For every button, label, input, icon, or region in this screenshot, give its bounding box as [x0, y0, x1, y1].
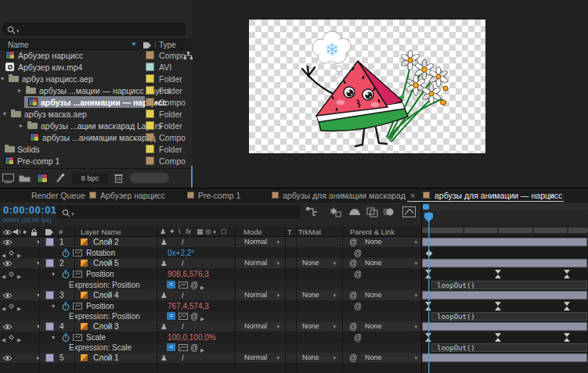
expression-row[interactable]: Expression: Position = @ ▶ loopOut() — [0, 280, 588, 290]
pickwhip-icon[interactable]: @ — [349, 321, 357, 332]
keyframe-icon[interactable] — [564, 270, 571, 278]
layer-duration-bar[interactable] — [422, 238, 587, 246]
tab-render-queue[interactable]: Render Queue — [31, 191, 85, 200]
expression-pickwhip-icon[interactable]: @ — [190, 280, 198, 290]
property-value[interactable]: 100,0,100,0% — [168, 332, 216, 343]
layer-color-chip[interactable] — [45, 259, 54, 267]
new-folder-icon[interactable] — [19, 174, 31, 182]
layer-color-chip[interactable] — [45, 322, 54, 331]
parent-dropdown[interactable]: None▾ — [360, 322, 420, 331]
item-name[interactable]: Pre-comp 1 — [17, 156, 60, 166]
new-composition-icon[interactable] — [37, 174, 48, 183]
quality-toggle-icon[interactable]: / — [182, 321, 184, 332]
bit-depth-button[interactable]: 8 bpc — [72, 173, 108, 184]
label-color-chip[interactable] — [146, 51, 154, 59]
layer-row[interactable]: ▾ 1 Слой 2 ♟ / Normal▾ @ None▾ — [0, 237, 588, 247]
chevron-down-icon[interactable]: ▾ — [52, 303, 55, 310]
close-icon[interactable]: × — [410, 191, 415, 200]
eye-icon[interactable] — [2, 324, 13, 330]
property-row-position[interactable]: ◀ ▶ ▾ Position 908,6,576,3 @ — [0, 269, 588, 279]
search-options-arrow-icon[interactable]: ▾ — [16, 28, 20, 34]
motion-blur-icon[interactable] — [383, 206, 395, 217]
layer-row[interactable]: ▾ 4 Слой 3 ♟ / Normal▾ None▾ @ None▾ — [0, 321, 588, 332]
parent-dropdown[interactable]: None▾ — [360, 353, 420, 362]
tab-comp[interactable]: арбузы для анимации маскарад — [283, 191, 406, 200]
expression-row[interactable]: Expression: Position = @ ▶ loopOut() — [0, 311, 588, 321]
trkmat-dropdown[interactable]: None▾ — [298, 259, 338, 267]
label-column-icon[interactable] — [45, 228, 54, 236]
hide-shy-layers-icon[interactable] — [348, 206, 361, 217]
layer-duration-bar[interactable] — [422, 322, 587, 331]
panel-menu-icon[interactable]: ≡ — [549, 191, 554, 200]
item-name[interactable]: арбуз маска.aep — [24, 109, 87, 119]
shy-column-icon[interactable]: ♟ — [160, 228, 166, 235]
item-name[interactable]: Solids — [17, 145, 40, 154]
t-toggle[interactable] — [287, 353, 296, 362]
t-column-label[interactable]: T — [287, 228, 292, 236]
eye-icon[interactable] — [2, 292, 13, 299]
pickwhip-icon[interactable]: @ — [354, 301, 362, 311]
keyframe-icon[interactable] — [495, 302, 502, 310]
time-navigator[interactable] — [422, 203, 588, 210]
label-color-chip[interactable] — [146, 74, 154, 83]
layer-name[interactable]: Слой 4 — [93, 290, 119, 300]
shy-toggle-icon[interactable]: ♟ — [161, 353, 168, 363]
expression-code-field[interactable]: loopOut() — [431, 281, 587, 289]
layer-duration-bar[interactable] — [422, 291, 587, 299]
time-navigator-handle[interactable] — [423, 204, 429, 210]
tab-comp[interactable]: Pre-comp 1 — [198, 191, 240, 200]
keyframe-icon[interactable] — [495, 270, 502, 278]
expression-enabled-icon[interactable]: = — [167, 343, 175, 351]
pickwhip-icon[interactable]: @ — [349, 258, 357, 268]
quality-column-icon[interactable]: \ — [179, 228, 181, 235]
property-name[interactable]: Rotation — [86, 248, 115, 258]
label-color-chip[interactable] — [146, 63, 154, 71]
project-item[interactable]: Арбузер нарцисс Compo — [0, 49, 193, 61]
item-name[interactable]: арбузы ...анимации маскарад — [42, 133, 156, 142]
column-name[interactable]: Name — [8, 41, 29, 49]
layer-row[interactable]: ▾ 3 Слой 4 ♟ / Normal▾ None▾ @ None▾ — [0, 290, 588, 300]
project-search-input[interactable]: ▾ — [2, 23, 186, 35]
property-name[interactable]: Position — [86, 301, 114, 311]
project-item[interactable]: Pre-comp 1 Compo — [0, 155, 193, 167]
solo-column-icon[interactable]: ● — [23, 228, 27, 235]
label-color-chip[interactable] — [146, 98, 154, 106]
shy-toggle-icon[interactable]: ♟ — [161, 237, 168, 247]
mode-dropdown[interactable]: Normal▾ — [240, 353, 282, 362]
project-item[interactable]: ▾ арбуз нарцисс.aep Folder — [0, 73, 193, 84]
stopwatch-icon[interactable] — [62, 302, 70, 310]
layer-row[interactable]: ▸ 5 Слой 1 ♟ / Normal▾ None▾ @ None▾ — [0, 353, 588, 363]
3d-column-icon[interactable]: ⬡ — [221, 228, 227, 235]
t-toggle[interactable] — [287, 238, 296, 246]
quality-toggle-icon[interactable]: / — [182, 290, 184, 300]
chevron-down-icon[interactable]: ▾ — [52, 271, 55, 278]
adjust-icon[interactable] — [55, 173, 65, 183]
pickwhip-icon[interactable]: @ — [349, 237, 357, 247]
parent-link-column-label[interactable]: Parent & Link — [350, 228, 395, 236]
quality-toggle-icon[interactable]: / — [182, 353, 184, 363]
layer-duration-bar[interactable] — [422, 353, 587, 362]
stopwatch-icon[interactable] — [62, 333, 70, 342]
eye-icon[interactable] — [2, 355, 13, 361]
property-value[interactable]: 767,4,574,3 — [168, 301, 209, 311]
project-list-header[interactable]: Name ▼ | Type — [0, 39, 193, 50]
chevron-right-icon[interactable]: ▸ — [18, 87, 21, 94]
parent-dropdown[interactable]: None▾ — [360, 238, 420, 246]
mode-dropdown[interactable]: Normal▾ — [240, 259, 282, 267]
expression-label[interactable]: Expression: Scale — [69, 343, 132, 353]
stopwatch-icon[interactable] — [62, 270, 70, 278]
parent-dropdown[interactable]: None▾ — [360, 259, 420, 267]
quality-toggle-icon[interactable]: / — [182, 237, 184, 247]
layer-color-chip[interactable] — [45, 291, 54, 299]
timeline-search-input[interactable]: ▾ — [56, 206, 300, 218]
layer-name-column-label[interactable]: Layer Name — [81, 228, 121, 236]
item-name[interactable]: Арбузер кач.mp4 — [18, 63, 82, 72]
label-color-chip[interactable] — [146, 86, 154, 95]
pickwhip-icon[interactable]: @ — [349, 353, 357, 363]
parent-dropdown[interactable]: None▾ — [360, 291, 420, 299]
property-row-position[interactable]: ◀ ▶ ▾ Position 767,4,574,3 @ — [0, 301, 588, 311]
shy-toggle-icon[interactable]: ♟ — [161, 321, 168, 332]
video-column-icon[interactable] — [2, 229, 13, 235]
property-value[interactable]: 908,6,576,3 — [168, 269, 209, 279]
lock-column-icon[interactable] — [31, 228, 38, 236]
